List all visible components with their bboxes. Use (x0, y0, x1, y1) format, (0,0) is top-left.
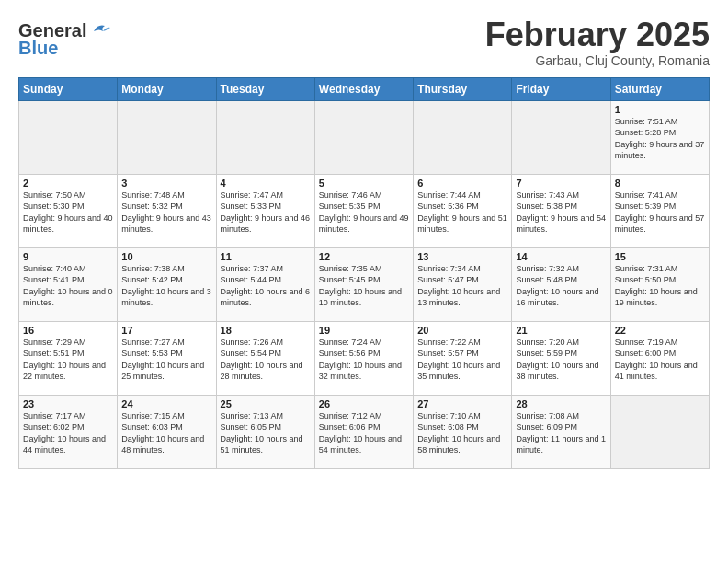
calendar-cell: 23Sunrise: 7:17 AM Sunset: 6:02 PM Dayli… (19, 395, 118, 468)
weekday-header: Saturday (610, 77, 709, 100)
calendar-cell: 9Sunrise: 7:40 AM Sunset: 5:41 PM Daylig… (19, 247, 118, 321)
day-info: Sunrise: 7:29 AM Sunset: 5:51 PM Dayligh… (23, 337, 113, 383)
day-info: Sunrise: 7:24 AM Sunset: 5:56 PM Dayligh… (319, 337, 409, 383)
calendar-cell: 7Sunrise: 7:43 AM Sunset: 5:38 PM Daylig… (512, 174, 610, 247)
day-info: Sunrise: 7:27 AM Sunset: 5:53 PM Dayligh… (121, 337, 211, 383)
calendar-cell (118, 100, 216, 174)
day-number: 24 (121, 398, 211, 409)
calendar-cell: 21Sunrise: 7:20 AM Sunset: 5:59 PM Dayli… (512, 321, 610, 395)
day-number: 21 (516, 325, 606, 336)
day-info: Sunrise: 7:26 AM Sunset: 5:54 PM Dayligh… (221, 337, 311, 383)
calendar-cell: 13Sunrise: 7:34 AM Sunset: 5:47 PM Dayli… (414, 247, 512, 321)
calendar-cell (414, 100, 512, 174)
day-info: Sunrise: 7:46 AM Sunset: 5:35 PM Dayligh… (319, 190, 409, 236)
calendar-cell: 6Sunrise: 7:44 AM Sunset: 5:36 PM Daylig… (414, 174, 512, 247)
calendar-cell: 1Sunrise: 7:51 AM Sunset: 5:28 PM Daylig… (610, 100, 709, 174)
day-number: 4 (221, 178, 311, 189)
calendar-cell: 28Sunrise: 7:08 AM Sunset: 6:09 PM Dayli… (512, 395, 610, 468)
calendar-cell: 19Sunrise: 7:24 AM Sunset: 5:56 PM Dayli… (314, 321, 413, 395)
calendar-cell: 18Sunrise: 7:26 AM Sunset: 5:54 PM Dayli… (216, 321, 314, 395)
day-info: Sunrise: 7:43 AM Sunset: 5:38 PM Dayligh… (516, 190, 606, 236)
day-info: Sunrise: 7:12 AM Sunset: 6:06 PM Dayligh… (319, 410, 409, 456)
day-number: 16 (23, 325, 113, 336)
day-info: Sunrise: 7:15 AM Sunset: 6:03 PM Dayligh… (121, 410, 211, 456)
day-info: Sunrise: 7:32 AM Sunset: 5:48 PM Dayligh… (516, 263, 606, 309)
calendar-header-row: SundayMondayTuesdayWednesdayThursdayFrid… (19, 77, 710, 100)
day-info: Sunrise: 7:20 AM Sunset: 5:59 PM Dayligh… (516, 337, 606, 383)
day-number: 22 (615, 325, 705, 336)
calendar-cell (512, 100, 610, 174)
day-number: 25 (221, 398, 311, 409)
day-number: 28 (516, 398, 606, 409)
day-number: 1 (615, 104, 705, 115)
day-info: Sunrise: 7:34 AM Sunset: 5:47 PM Dayligh… (417, 263, 507, 309)
day-info: Sunrise: 7:10 AM Sunset: 6:08 PM Dayligh… (417, 410, 507, 456)
day-number: 2 (23, 178, 113, 189)
day-info: Sunrise: 7:50 AM Sunset: 5:30 PM Dayligh… (23, 190, 113, 236)
calendar-cell: 22Sunrise: 7:19 AM Sunset: 6:00 PM Dayli… (610, 321, 709, 395)
day-info: Sunrise: 7:17 AM Sunset: 6:02 PM Dayligh… (23, 410, 113, 456)
calendar-cell: 11Sunrise: 7:37 AM Sunset: 5:44 PM Dayli… (216, 247, 314, 321)
calendar-cell: 2Sunrise: 7:50 AM Sunset: 5:30 PM Daylig… (19, 174, 118, 247)
day-info: Sunrise: 7:13 AM Sunset: 6:05 PM Dayligh… (221, 410, 311, 456)
weekday-header: Wednesday (314, 77, 413, 100)
day-number: 5 (319, 178, 409, 189)
day-number: 10 (121, 251, 211, 262)
day-number: 11 (221, 251, 311, 262)
day-number: 20 (417, 325, 507, 336)
calendar-cell (19, 100, 118, 174)
calendar-cell: 3Sunrise: 7:48 AM Sunset: 5:32 PM Daylig… (118, 174, 216, 247)
calendar-cell: 16Sunrise: 7:29 AM Sunset: 5:51 PM Dayli… (19, 321, 118, 395)
page: General Blue February 2025 Garbau, Cluj … (0, 0, 728, 563)
day-number: 15 (615, 251, 705, 262)
day-number: 6 (417, 178, 507, 189)
day-number: 19 (319, 325, 409, 336)
calendar-cell: 24Sunrise: 7:15 AM Sunset: 6:03 PM Dayli… (118, 395, 216, 468)
calendar-cell: 8Sunrise: 7:41 AM Sunset: 5:39 PM Daylig… (610, 174, 709, 247)
day-number: 7 (516, 178, 606, 189)
weekday-header: Sunday (19, 77, 118, 100)
calendar-cell (610, 395, 709, 468)
calendar-week-row: 23Sunrise: 7:17 AM Sunset: 6:02 PM Dayli… (19, 395, 710, 468)
title-area: February 2025 Garbau, Cluj County, Roman… (485, 17, 710, 68)
calendar-cell: 17Sunrise: 7:27 AM Sunset: 5:53 PM Dayli… (118, 321, 216, 395)
weekday-header: Tuesday (216, 77, 314, 100)
day-number: 8 (615, 178, 705, 189)
calendar-cell (314, 100, 413, 174)
day-number: 23 (23, 398, 113, 409)
day-number: 27 (417, 398, 507, 409)
day-info: Sunrise: 7:35 AM Sunset: 5:45 PM Dayligh… (319, 263, 409, 309)
day-info: Sunrise: 7:37 AM Sunset: 5:44 PM Dayligh… (221, 263, 311, 309)
calendar-cell: 5Sunrise: 7:46 AM Sunset: 5:35 PM Daylig… (314, 174, 413, 247)
calendar-cell: 26Sunrise: 7:12 AM Sunset: 6:06 PM Dayli… (314, 395, 413, 468)
day-info: Sunrise: 7:51 AM Sunset: 5:28 PM Dayligh… (615, 116, 705, 162)
calendar-week-row: 1Sunrise: 7:51 AM Sunset: 5:28 PM Daylig… (19, 100, 710, 174)
day-info: Sunrise: 7:44 AM Sunset: 5:36 PM Dayligh… (417, 190, 507, 236)
day-number: 17 (121, 325, 211, 336)
calendar-cell: 25Sunrise: 7:13 AM Sunset: 6:05 PM Dayli… (216, 395, 314, 468)
weekday-header: Friday (512, 77, 610, 100)
day-number: 9 (23, 251, 113, 262)
month-title: February 2025 (485, 17, 710, 53)
calendar-cell: 12Sunrise: 7:35 AM Sunset: 5:45 PM Dayli… (314, 247, 413, 321)
day-number: 12 (319, 251, 409, 262)
day-info: Sunrise: 7:40 AM Sunset: 5:41 PM Dayligh… (23, 263, 113, 309)
header: General Blue February 2025 Garbau, Cluj … (18, 17, 710, 68)
day-info: Sunrise: 7:31 AM Sunset: 5:50 PM Dayligh… (615, 263, 705, 309)
logo-blue: Blue (18, 38, 58, 59)
day-number: 14 (516, 251, 606, 262)
day-number: 18 (221, 325, 311, 336)
calendar-cell: 20Sunrise: 7:22 AM Sunset: 5:57 PM Dayli… (414, 321, 512, 395)
calendar-cell: 27Sunrise: 7:10 AM Sunset: 6:08 PM Dayli… (414, 395, 512, 468)
calendar-cell: 10Sunrise: 7:38 AM Sunset: 5:42 PM Dayli… (118, 247, 216, 321)
day-info: Sunrise: 7:19 AM Sunset: 6:00 PM Dayligh… (615, 337, 705, 383)
calendar-cell: 15Sunrise: 7:31 AM Sunset: 5:50 PM Dayli… (610, 247, 709, 321)
day-info: Sunrise: 7:38 AM Sunset: 5:42 PM Dayligh… (121, 263, 211, 309)
logo-bird-icon (90, 22, 110, 39)
day-number: 13 (417, 251, 507, 262)
calendar-week-row: 9Sunrise: 7:40 AM Sunset: 5:41 PM Daylig… (19, 247, 710, 321)
calendar-cell (216, 100, 314, 174)
day-number: 3 (121, 178, 211, 189)
calendar-cell: 14Sunrise: 7:32 AM Sunset: 5:48 PM Dayli… (512, 247, 610, 321)
calendar-week-row: 2Sunrise: 7:50 AM Sunset: 5:30 PM Daylig… (19, 174, 710, 247)
